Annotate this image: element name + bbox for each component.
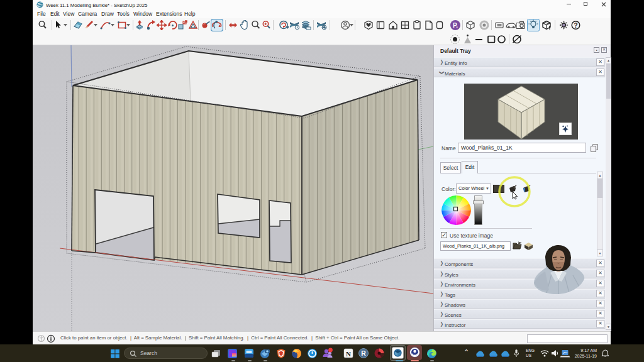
svg-text:P.: P. bbox=[453, 22, 458, 29]
svg-text:R: R bbox=[361, 349, 366, 357]
svg-text:?: ? bbox=[574, 22, 577, 29]
svg-text:N: N bbox=[346, 350, 351, 358]
